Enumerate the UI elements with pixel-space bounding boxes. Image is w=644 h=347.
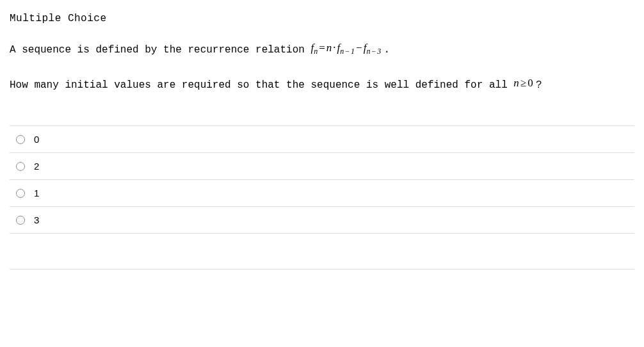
- option-row[interactable]: 2: [10, 153, 634, 180]
- radio-icon: [16, 216, 25, 225]
- radio-icon: [16, 162, 25, 171]
- option-row[interactable]: 1: [10, 180, 634, 207]
- condition-formula: n≥0: [513, 77, 536, 89]
- bottom-divider: [10, 269, 634, 270]
- option-label: 1: [34, 188, 39, 198]
- question-prompt: A sequence is defined by the recurrence …: [10, 40, 634, 60]
- option-label: 0: [34, 134, 39, 145]
- option-label: 2: [34, 161, 39, 172]
- question-type-label: Multiple Choice: [10, 13, 634, 24]
- question-detail: How many initial values are required so …: [10, 76, 634, 94]
- prompt-text: A sequence is defined by the recurrence …: [10, 44, 310, 56]
- detail-qmark: ?: [536, 79, 542, 91]
- detail-text: How many initial values are required so …: [10, 79, 513, 91]
- option-row[interactable]: 0: [10, 126, 634, 153]
- options-list: 0 2 1 3: [10, 125, 634, 234]
- recurrence-formula: fn=n·fn−1−fn−3: [310, 42, 383, 54]
- radio-icon: [16, 189, 25, 198]
- prompt-period: .: [383, 44, 390, 56]
- option-label: 3: [34, 214, 39, 225]
- option-row[interactable]: 3: [10, 207, 634, 234]
- radio-icon: [16, 135, 25, 144]
